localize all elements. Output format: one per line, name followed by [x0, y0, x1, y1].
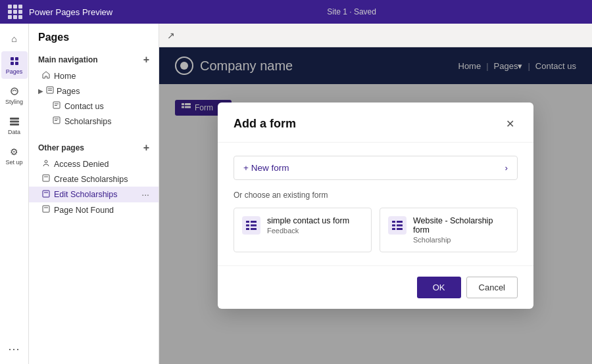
nav-item-scholarships[interactable]: Scholarships [29, 114, 159, 129]
nav-item-home[interactable]: Home [29, 68, 159, 83]
edit-scholarships-more-button[interactable]: ··· [141, 189, 149, 200]
pages-icon [9, 55, 20, 67]
form-card-sub-1: Feedback [267, 227, 349, 235]
svg-rect-0 [11, 57, 14, 60]
site-status: Site 1 · Saved [119, 7, 584, 16]
data-icon [9, 116, 20, 127]
home-icon: ⌂ [9, 33, 20, 45]
svg-rect-31 [251, 225, 257, 227]
app-title: Power Pages Preview [29, 7, 112, 17]
new-form-row[interactable]: + New form › [234, 156, 518, 180]
form-card-title-1: simple contact us form [267, 216, 349, 225]
nav-contact-us-label: Contact us [64, 102, 104, 111]
add-main-nav-button[interactable]: + [143, 54, 149, 66]
modal-footer: OK Cancel [218, 265, 533, 309]
svg-rect-5 [10, 118, 19, 120]
sidebar-setup-label: Set up [5, 159, 22, 166]
modal-close-button[interactable]: ✕ [502, 116, 518, 131]
form-card-icon-2 [388, 216, 407, 235]
sidebar-item-pages[interactable]: Pages [1, 51, 28, 79]
form-card-title-2: Website - Scholarship form [413, 216, 509, 235]
svg-rect-18 [43, 175, 49, 181]
nav-access-denied-label: Access Denied [54, 160, 109, 169]
resize-icon[interactable]: ↗ [167, 30, 175, 41]
sidebar-item-data[interactable]: Data [1, 112, 28, 139]
other-pages-section: Other pages + [29, 139, 159, 156]
modal-ok-button[interactable]: OK [417, 277, 461, 298]
create-scholarships-icon [42, 174, 50, 184]
svg-rect-36 [392, 225, 395, 227]
scholarships-icon [53, 116, 61, 126]
modal-title: Add a form [234, 117, 296, 131]
form-card-website-scholarship[interactable]: Website - Scholarship form Scholarship [380, 208, 518, 252]
svg-rect-29 [251, 221, 257, 223]
svg-rect-22 [43, 206, 49, 212]
nav-item-access-denied[interactable]: Access Denied [29, 156, 159, 171]
svg-point-4 [11, 88, 18, 95]
nav-item-page-not-found[interactable]: Page Not Found [29, 202, 159, 217]
app-grid-icon [8, 5, 22, 19]
home-nav-icon [42, 71, 50, 81]
main-navigation-section: Main navigation + [29, 51, 159, 68]
icon-sidebar: ⌂ Pages Styling [0, 24, 29, 364]
nav-page-not-found-label: Page Not Found [54, 206, 114, 215]
nav-pages-group-label: Pages [57, 87, 80, 96]
svg-rect-35 [397, 221, 403, 223]
svg-rect-37 [397, 225, 403, 227]
setup-icon: ⚙ [9, 146, 20, 158]
top-bar: Power Pages Preview Site 1 · Saved [0, 0, 592, 24]
sidebar-data-label: Data [8, 129, 20, 135]
add-other-page-button[interactable]: + [143, 142, 149, 154]
nav-item-edit-scholarships[interactable]: Edit Scholarships ··· [29, 187, 159, 202]
access-denied-icon [42, 159, 50, 169]
modal-header: Add a form ✕ [218, 102, 533, 143]
other-pages-label: Other pages [38, 143, 84, 152]
form-card-info-2: Website - Scholarship form Scholarship [413, 216, 509, 244]
form-card-simple-contact[interactable]: simple contact us form Feedback [234, 208, 372, 252]
website-preview: Company name Home | Pages▾ | Contact us [159, 47, 592, 364]
edit-scholarships-icon [42, 190, 50, 200]
svg-rect-1 [15, 57, 18, 60]
pages-group-icon [46, 86, 54, 96]
svg-rect-38 [392, 228, 395, 230]
svg-point-17 [45, 160, 47, 163]
nav-item-pages-group[interactable]: ▶ Pages [29, 83, 159, 99]
add-form-modal: Add a form ✕ + New form › Or choose an e… [218, 102, 533, 309]
form-card-info-1: simple contact us form Feedback [267, 216, 349, 235]
pages-group-chevron: ▶ [38, 87, 43, 95]
sidebar-item-more[interactable]: ··· [1, 339, 28, 359]
svg-rect-2 [11, 62, 14, 65]
svg-rect-20 [43, 191, 49, 197]
contact-us-icon [53, 101, 61, 111]
nav-scholarships-label: Scholarships [64, 117, 112, 126]
nav-item-create-scholarships[interactable]: Create Scholarships [29, 171, 159, 187]
sidebar-styling-label: Styling [5, 99, 23, 105]
modal-overlay: Add a form ✕ + New form › Or choose an e… [159, 47, 592, 364]
sidebar-item-home[interactable]: ⌂ [1, 29, 28, 49]
sidebar-item-setup[interactable]: ⚙ Set up [1, 142, 28, 170]
svg-rect-3 [15, 62, 18, 65]
modal-cancel-button[interactable]: Cancel [466, 277, 518, 298]
new-form-chevron: › [505, 163, 508, 173]
nav-create-scholarships-label: Create Scholarships [54, 175, 128, 184]
form-cards-container: simple contact us form Feedback [234, 208, 518, 252]
svg-rect-33 [251, 228, 257, 230]
preview-area: ↗ Company name Home | Pages▾ | Contact u… [159, 24, 592, 364]
styling-icon [9, 85, 20, 97]
modal-body: + New form › Or choose an existing form [218, 143, 533, 265]
svg-rect-6 [10, 121, 19, 123]
form-card-sub-2: Scholarship [413, 236, 509, 244]
sidebar-pages-label: Pages [6, 68, 23, 75]
main-layout: ⌂ Pages Styling [0, 24, 592, 364]
nav-edit-scholarships-label: Edit Scholarships [54, 190, 118, 199]
svg-rect-28 [246, 221, 249, 223]
svg-rect-39 [397, 228, 403, 230]
form-card-icon-1 [242, 216, 260, 235]
existing-form-label: Or choose an existing form [234, 191, 518, 200]
new-form-label: + New form [243, 163, 289, 173]
svg-rect-34 [392, 221, 395, 223]
nav-item-contact-us[interactable]: Contact us [29, 99, 159, 114]
svg-rect-32 [246, 228, 249, 230]
sidebar-item-styling[interactable]: Styling [1, 81, 28, 109]
preview-toolbar: ↗ [159, 24, 592, 47]
